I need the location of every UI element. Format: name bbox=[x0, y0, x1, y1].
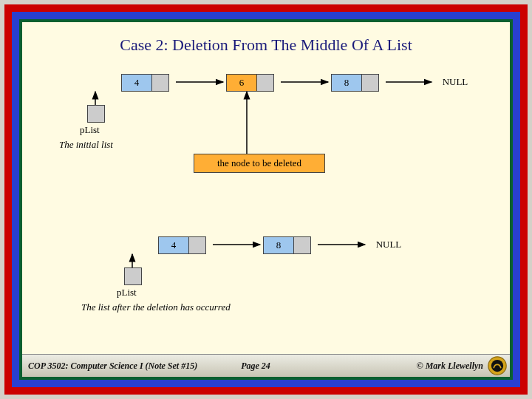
footer-left: COP 3502: Computer Science I (Note Set #… bbox=[28, 361, 226, 372]
before-head-label: pList bbox=[80, 124, 100, 136]
before-null: NULL bbox=[433, 74, 477, 90]
frame-blue-outer: Case 2: Deletion From The Middle Of A Li… bbox=[12, 12, 520, 387]
before-node-3: 8 bbox=[331, 74, 379, 92]
before-node-3-ptr bbox=[361, 75, 378, 91]
pegasus-seal-icon bbox=[488, 356, 507, 375]
slide-outer: Case 2: Deletion From The Middle Of A Li… bbox=[0, 0, 532, 399]
after-head-label: pList bbox=[117, 287, 137, 299]
before-head-box bbox=[87, 105, 105, 123]
frame-green: Case 2: Deletion From The Middle Of A Li… bbox=[19, 19, 513, 380]
after-head-box bbox=[124, 267, 142, 285]
before-node-2: 6 bbox=[226, 74, 274, 92]
slide-footer: COP 3502: Computer Science I (Note Set #… bbox=[22, 354, 510, 377]
before-node-2-ptr bbox=[256, 75, 273, 91]
frame-blue-inner: Case 2: Deletion From The Middle Of A Li… bbox=[16, 16, 516, 383]
delete-note: the node to be deleted bbox=[194, 154, 325, 173]
before-caption: The initial list bbox=[59, 139, 113, 151]
svg-point-9 bbox=[491, 360, 503, 372]
footer-right: © Mark Llewellyn bbox=[285, 361, 504, 372]
before-node-1-value: 4 bbox=[122, 75, 151, 91]
after-node-1: 4 bbox=[158, 236, 206, 254]
before-node-1: 4 bbox=[121, 74, 169, 92]
after-node-1-value: 4 bbox=[159, 237, 188, 253]
after-null: NULL bbox=[366, 236, 411, 253]
after-caption: The list after the deletion has occurred bbox=[81, 301, 231, 313]
frame-red: Case 2: Deletion From The Middle Of A Li… bbox=[4, 4, 528, 395]
slide-canvas: Case 2: Deletion From The Middle Of A Li… bbox=[22, 22, 510, 377]
footer-page: Page 24 bbox=[226, 361, 285, 372]
after-node-1-ptr bbox=[188, 237, 205, 253]
after-node-2-value: 8 bbox=[264, 237, 293, 253]
before-node-3-value: 8 bbox=[332, 75, 361, 91]
before-node-1-ptr bbox=[151, 75, 168, 91]
before-node-2-value: 6 bbox=[227, 75, 256, 91]
after-node-2: 8 bbox=[263, 236, 311, 254]
diagram-area: pList The initial list 4 6 8 NULL bbox=[22, 22, 510, 377]
after-node-2-ptr bbox=[293, 237, 310, 253]
